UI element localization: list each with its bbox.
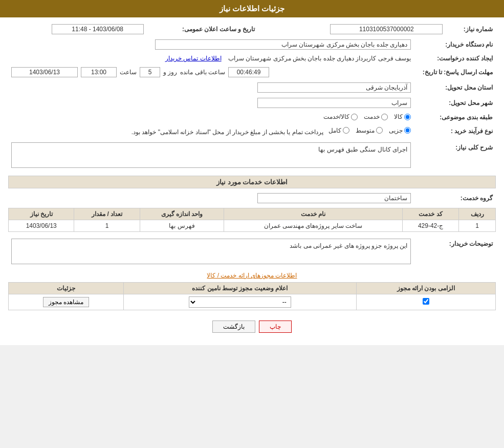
days-label: روز و xyxy=(163,69,177,76)
mandatory-checkbox[interactable] xyxy=(423,298,429,305)
province-field: آذربایجان شرقی xyxy=(257,82,411,93)
purchase-type-note: پرداخت تمام یا بخشی از مبلغ خریدار از مح… xyxy=(132,128,323,135)
basic-info-table: شماره نیاز: 1103100537000002 تاریخ و ساع… xyxy=(8,23,496,36)
service-group-value: ساختمان xyxy=(8,191,414,205)
page-title: جزئیات اطلاعات نیاز xyxy=(220,4,284,13)
creator-value: یوسف فرجی کاربرداز دهیاری جلده باجان بخش… xyxy=(8,53,414,63)
services-table: ردیف کد خدمت نام خدمت واحد اندازه گیری ت… xyxy=(8,208,496,232)
col-name: نام خدمت xyxy=(224,208,403,220)
category-radio-group: کالا/خدمت خدمت کالا xyxy=(323,113,411,120)
province-label: استان محل تحویل: xyxy=(414,81,496,94)
time-label: ساعت xyxy=(120,69,137,76)
need-desc-table: شرح کلی نیاز: اجرای کانال سنگی طبق فهرس … xyxy=(8,139,496,172)
city-value: سراب xyxy=(8,96,414,110)
page-wrapper: جزئیات اطلاعات نیاز شماره نیاز: 11031005… xyxy=(0,0,504,345)
buyer-notes-label: توضیحات خریدار: xyxy=(414,235,496,268)
need-number-value: 1103100537000002 xyxy=(278,23,446,36)
buyer-org-value: دهیاری جلده باجان بخش مرکزی شهرستان سراب xyxy=(8,38,414,51)
category-option-3[interactable]: کالا/خدمت xyxy=(323,113,358,120)
col-qty: تعداد / مقدار xyxy=(74,208,140,220)
footer-buttons: چاپ بازگشت xyxy=(8,313,496,340)
deadline-table: مهلت ارسال پاسخ: تا تاریخ: 00:46:49 ساعت… xyxy=(8,66,496,79)
page-header: جزئیات اطلاعات نیاز xyxy=(0,0,504,17)
row-code: ج-42-429 xyxy=(402,220,459,232)
purchase-type-table: نوع فرآیند خرید : کامل متوسط جزیی xyxy=(8,125,496,137)
buyer-notes-text: این پروژه جزو پروژه های غیر عمرانی می با… xyxy=(290,242,407,249)
category-radio-3[interactable] xyxy=(351,114,358,120)
service-group-label: گروه خدمت: xyxy=(414,191,496,205)
deadline-row: 00:46:49 ساعت باقی مانده روز و 5 ساعت 13… xyxy=(8,66,414,79)
row-name: ساخت سایر پروژه‌های مهندسی عمران xyxy=(224,220,403,232)
purchase-type-option-3[interactable]: کامل xyxy=(328,127,349,134)
category-option-1-label: کالا xyxy=(394,113,403,120)
category-radio-2[interactable] xyxy=(381,114,388,120)
category-radios: کالا/خدمت خدمت کالا xyxy=(8,112,414,123)
service-group-table: گروه خدمت: ساختمان xyxy=(8,191,496,205)
col-row: ردیف xyxy=(459,208,496,220)
show-permit-button[interactable]: مشاهده مجوز xyxy=(43,297,89,307)
print-button[interactable]: چاپ xyxy=(259,321,292,333)
col-date: تاریخ نیاز xyxy=(9,208,74,220)
purchase-type-option-1[interactable]: جزیی xyxy=(389,127,411,134)
buyer-org-field: دهیاری جلده باجان بخش مرکزی شهرستان سراب xyxy=(155,39,411,50)
buyer-notes-value: این پروژه جزو پروژه های غیر عمرانی می با… xyxy=(8,235,414,268)
need-desc-text: اجرای کانال سنگی طبق فهرس بها xyxy=(318,146,407,153)
permits-section-link[interactable]: اطلاعات مجوزهای ارائه خدمت / کالا xyxy=(207,272,297,279)
response-deadline-label: مهلت ارسال پاسخ: تا تاریخ: xyxy=(414,66,496,79)
category-radio-1[interactable] xyxy=(404,114,411,120)
table-row: 1 ج-42-429 ساخت سایر پروژه‌های مهندسی عم… xyxy=(9,220,496,232)
need-desc-field: اجرای کانال سنگی طبق فهرس بها xyxy=(11,142,411,168)
category-option-3-label: کالا/خدمت xyxy=(323,113,349,120)
col-status: اعلام وضعیت مجوز توسط نامین کننده xyxy=(123,283,356,294)
category-option-2-label: خدمت xyxy=(364,113,380,120)
announce-datetime-field: 1403/06/08 - 11:48 xyxy=(52,24,144,34)
purchase-type-option-2[interactable]: متوسط xyxy=(356,127,383,134)
creator-name: یوسف فرجی کاربرداز دهیاری جلده باجان بخش… xyxy=(228,55,411,62)
need-desc-value: اجرای کانال سنگی طبق فهرس بها xyxy=(8,139,414,172)
province-value: آذربایجان شرقی xyxy=(8,81,414,94)
services-section-header: اطلاعات خدمات مورد نیاز xyxy=(8,176,496,188)
purchase-type-radio-3[interactable] xyxy=(343,127,349,134)
deadline-inline: 00:46:49 ساعت باقی مانده روز و 5 ساعت 13… xyxy=(11,67,411,77)
time-value: 13:00 xyxy=(81,67,117,77)
purchase-type-radio-2[interactable] xyxy=(376,127,383,134)
category-option-1[interactable]: کالا xyxy=(394,113,411,120)
purchase-type-value: کامل متوسط جزیی پرداخت تمام ی xyxy=(8,125,414,137)
creator-table: ایجاد کننده درخواست: یوسف فرجی کاربرداز … xyxy=(8,53,496,63)
row-qty: 1 xyxy=(74,220,140,232)
row-unit: فهرس بها xyxy=(140,220,224,232)
days-value: 5 xyxy=(140,67,160,77)
service-group-field: ساختمان xyxy=(257,193,411,203)
back-button[interactable]: بازگشت xyxy=(212,321,255,333)
category-table: طبقه بندی موضوعی: کالا/خدمت خدمت کالا xyxy=(8,112,496,123)
city-label: شهر محل تحویل: xyxy=(414,96,496,110)
purchase-type-label: نوع فرآیند خرید : xyxy=(414,125,496,137)
permits-table: الزامی بودن ارائه مجوز اعلام وضعیت مجوز … xyxy=(8,282,496,310)
status-select[interactable]: -- xyxy=(189,296,291,308)
list-item: -- مشاهده مجوز xyxy=(9,294,496,310)
need-number-label: شماره نیاز: xyxy=(446,23,496,36)
col-mandatory: الزامی بودن ارائه مجوز xyxy=(356,283,495,294)
category-option-2[interactable]: خدمت xyxy=(364,113,388,120)
purchase-type-option-1-label: جزیی xyxy=(389,127,403,134)
row-date: 1403/06/13 xyxy=(9,220,74,232)
remaining-time: 00:46:49 xyxy=(228,67,269,77)
city-field: سراب xyxy=(257,98,411,108)
response-date: 1403/06/13 xyxy=(11,67,78,77)
contact-link[interactable]: اطلاعات تماس خریدار xyxy=(165,55,222,62)
need-desc-label: شرح کلی نیاز: xyxy=(414,139,496,172)
remaining-label: ساعت باقی مانده xyxy=(180,69,225,76)
status-cell: -- xyxy=(123,294,356,310)
col-unit: واحد اندازه گیری xyxy=(140,208,224,220)
province-table: استان محل تحویل: آذربایجان شرقی xyxy=(8,81,496,94)
purchase-type-option-2-label: متوسط xyxy=(356,127,375,134)
buyer-notes-field: این پروژه جزو پروژه های غیر عمرانی می با… xyxy=(11,239,411,264)
col-code: کد خدمت xyxy=(402,208,459,220)
announce-datetime-value: 1403/06/08 - 11:48 xyxy=(8,23,147,36)
need-number-field: 1103100537000002 xyxy=(330,24,443,34)
buyer-org-label: نام دستگاه خریدار: xyxy=(414,38,496,51)
buyer-org-table: نام دستگاه خریدار: دهیاری جلده باجان بخش… xyxy=(8,38,496,51)
category-label: طبقه بندی موضوعی: xyxy=(414,112,496,123)
main-content: شماره نیاز: 1103100537000002 تاریخ و ساع… xyxy=(0,17,504,345)
purchase-type-radio-1[interactable] xyxy=(404,127,411,134)
